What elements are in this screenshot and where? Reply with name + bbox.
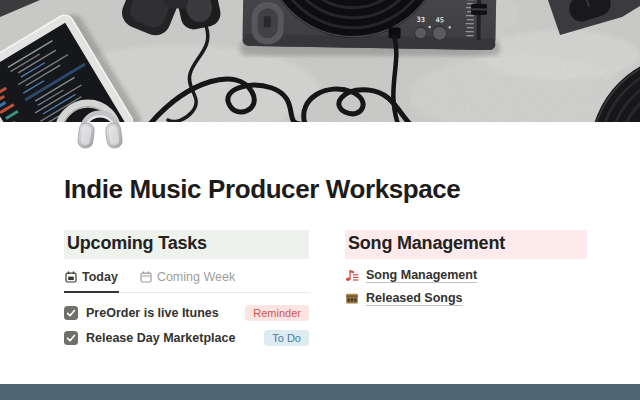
bottom-bar (0, 384, 640, 400)
tab-today-label: Today (82, 270, 118, 284)
tab-coming-week[interactable]: Coming Week (139, 268, 236, 292)
page-link-row[interactable]: Released Songs (345, 291, 587, 305)
task-checkbox-checked[interactable] (64, 331, 78, 345)
upcoming-tasks-column: Upcoming Tasks Today (64, 230, 309, 346)
task-row: PreOrder is live Itunes Reminder (64, 305, 309, 321)
task-tabs: Today Coming Week (64, 268, 309, 293)
released-songs-link[interactable]: Released Songs (366, 291, 463, 305)
upcoming-tasks-heading: Upcoming Tasks (64, 230, 309, 259)
turntable-speed-45-label: 45 (436, 16, 445, 24)
task-link[interactable]: PreOrder is live Itunes (86, 306, 237, 320)
page-body: Indie Music Producer Workspace Upcoming … (64, 122, 587, 346)
two-column-layout: Upcoming Tasks Today (64, 230, 587, 346)
song-management-heading: Song Management (345, 230, 587, 259)
status-badge: To Do (264, 330, 309, 346)
page-link-row[interactable]: Song Management (345, 268, 587, 282)
task-row: Release Day Marketplace To Do (64, 330, 309, 346)
task-link[interactable]: Release Day Marketplace (86, 331, 256, 345)
song-management-link[interactable]: Song Management (366, 268, 477, 282)
task-checkbox-checked[interactable] (64, 306, 78, 320)
turntable-speed-33-label: 33 (417, 16, 426, 24)
checkmark-icon (66, 308, 76, 318)
calendar-icon (65, 271, 77, 283)
music-score-icon (345, 268, 359, 282)
calendar-icon (140, 271, 152, 283)
page-title[interactable]: Indie Music Producer Workspace (64, 174, 587, 205)
tab-today[interactable]: Today (64, 268, 119, 293)
tab-coming-week-label: Coming Week (157, 270, 235, 284)
card-file-box-icon (345, 291, 359, 305)
status-badge: Reminder (245, 305, 309, 321)
checkmark-icon (66, 333, 76, 343)
song-management-column: Song Management Song Management (345, 230, 587, 346)
